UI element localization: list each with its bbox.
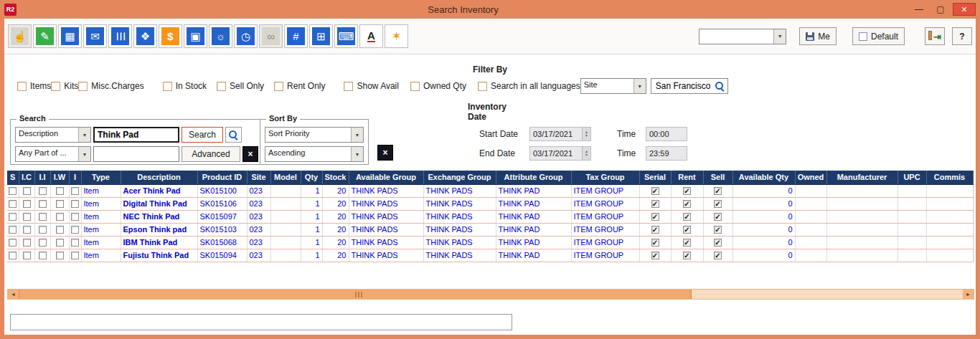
search-magnifier-button[interactable]	[225, 127, 242, 143]
cell-site[interactable]: 023	[247, 210, 270, 223]
horizontal-scrollbar[interactable]: ◄ ►	[7, 289, 974, 300]
filter-misc-charges[interactable]: Misc.Charges	[78, 81, 143, 91]
checkbox-icon[interactable]	[410, 82, 420, 91]
serial-checkbox[interactable]: ✓	[651, 187, 659, 195]
search-icon[interactable]	[715, 82, 725, 91]
cell-manufacturer[interactable]	[826, 236, 897, 249]
cell-tax-group[interactable]: ITEM GROUP	[571, 236, 639, 249]
cell-type[interactable]: Item	[81, 236, 121, 249]
cell-model[interactable]	[270, 236, 301, 249]
col-rent[interactable]: Rent	[671, 171, 703, 184]
cell-description[interactable]: Acer Think Pad	[121, 184, 197, 197]
col-ii[interactable]: I.I	[34, 171, 50, 184]
cell-model[interactable]	[270, 197, 301, 210]
screen-keyboard-button[interactable]: ⌨	[334, 24, 358, 48]
cell-stock[interactable]: 20	[322, 223, 349, 236]
site-combobox[interactable]: Site ▼	[580, 78, 646, 94]
advanced-button[interactable]: Advanced	[182, 146, 240, 162]
row-iw-checkbox[interactable]	[56, 200, 64, 208]
row-i-checkbox[interactable]	[71, 226, 79, 234]
edit-button[interactable]: ✎	[33, 24, 57, 48]
start-time-field[interactable]: 00:00	[646, 127, 687, 141]
col-available-qty[interactable]: Available Qty	[732, 171, 795, 184]
cell-manufacturer[interactable]	[826, 249, 897, 262]
rent-checkbox[interactable]: ✓	[683, 226, 691, 234]
table-row[interactable]: Item IBM Think Pad SK015068 023 1 20 THI…	[7, 236, 973, 249]
row-select-checkbox[interactable]	[9, 226, 17, 234]
col-qty[interactable]: Qty	[301, 171, 322, 184]
cell-stock[interactable]: 20	[322, 197, 349, 210]
row-iw-checkbox[interactable]	[56, 187, 64, 195]
col-product-id[interactable]: Product ID	[197, 171, 247, 184]
serial-checkbox[interactable]: ✓	[651, 226, 659, 234]
filter-items[interactable]: Items	[17, 81, 51, 91]
cell-qty[interactable]: 1	[301, 236, 322, 249]
cell-owned[interactable]	[795, 223, 826, 236]
row-i-checkbox[interactable]	[71, 252, 79, 259]
sell-checkbox[interactable]: ✓	[714, 252, 722, 259]
col-type[interactable]: Type	[81, 171, 121, 184]
cell-qty[interactable]: 1	[301, 197, 322, 210]
sell-checkbox[interactable]: ✓	[714, 200, 722, 208]
cell-qty[interactable]: 1	[301, 210, 322, 223]
comments-button[interactable]: ✉	[83, 24, 107, 48]
spinner-icon[interactable]: ▲▼	[582, 147, 590, 160]
rent-checkbox[interactable]: ✓	[683, 252, 691, 259]
col-exchange-group[interactable]: Exchange Group	[423, 171, 496, 184]
cell-commission[interactable]	[926, 184, 973, 197]
row-ic-checkbox[interactable]	[23, 252, 31, 259]
cell-commission[interactable]	[926, 249, 973, 262]
cell-manufacturer[interactable]	[826, 197, 897, 210]
checkbox-icon[interactable]	[344, 82, 353, 91]
cell-upc[interactable]	[897, 236, 926, 249]
clear-search-button[interactable]: ×	[242, 146, 258, 162]
checkbox-icon[interactable]	[274, 82, 283, 91]
cell-tax-group[interactable]: ITEM GROUP	[571, 197, 639, 210]
sell-checkbox[interactable]: ✓	[714, 239, 722, 247]
cell-stock[interactable]: 20	[322, 236, 349, 249]
cell-exchange-group[interactable]: THINK PADS	[423, 223, 496, 236]
row-ic-checkbox[interactable]	[23, 200, 31, 208]
site-search-input[interactable]	[654, 80, 715, 92]
clear-sort-button[interactable]: ×	[377, 145, 393, 161]
cell-upc[interactable]	[897, 249, 926, 262]
cell-commission[interactable]	[926, 223, 973, 236]
col-ic[interactable]: I.C	[19, 171, 34, 184]
checkbox-icon[interactable]	[163, 82, 172, 91]
table-row[interactable]: Item Epson Think pad SK015103 023 1 20 T…	[7, 223, 973, 236]
schedule-button[interactable]: ◷	[234, 24, 258, 48]
display-button[interactable]: ▣	[184, 24, 207, 48]
rent-checkbox[interactable]: ✓	[683, 200, 691, 208]
col-upc[interactable]: UPC	[897, 171, 926, 184]
col-site[interactable]: Site	[247, 171, 270, 184]
chevron-down-icon[interactable]: ▼	[773, 29, 786, 44]
cell-stock[interactable]: 20	[322, 184, 349, 197]
link-button[interactable]: ∞	[259, 24, 283, 48]
cell-attribute-group[interactable]: THINK PAD	[496, 184, 571, 197]
row-ic-checkbox[interactable]	[23, 239, 31, 247]
start-date-field[interactable]: 03/17/2021 ▲▼	[529, 127, 591, 141]
rent-checkbox[interactable]: ✓	[683, 239, 691, 247]
cell-attribute-group[interactable]: THINK PAD	[496, 197, 571, 210]
col-tax-group[interactable]: Tax Group	[571, 171, 639, 184]
cell-model[interactable]	[270, 223, 301, 236]
checkbox-icon[interactable]	[17, 82, 27, 91]
cell-commission[interactable]	[926, 210, 973, 223]
row-ii-checkbox[interactable]	[39, 226, 47, 234]
cell-tax-group[interactable]: ITEM GROUP	[571, 223, 639, 236]
status-input[interactable]	[10, 314, 512, 330]
cell-type[interactable]: Item	[81, 197, 121, 210]
cell-available-qty[interactable]: 0	[732, 197, 795, 210]
row-ii-checkbox[interactable]	[39, 213, 47, 221]
cell-available-group[interactable]: THINK PADS	[349, 249, 423, 262]
chevron-down-icon[interactable]: ▼	[78, 128, 90, 142]
suggestions-button[interactable]: ☼	[209, 24, 232, 48]
cell-type[interactable]: Item	[81, 223, 121, 236]
col-stock[interactable]: Stock	[322, 171, 349, 184]
cell-type[interactable]: Item	[81, 210, 121, 223]
serial-number-button[interactable]: #	[284, 24, 308, 48]
cell-available-qty[interactable]: 0	[732, 184, 795, 197]
row-iw-checkbox[interactable]	[56, 213, 64, 221]
cell-site[interactable]: 023	[247, 184, 270, 197]
cell-type[interactable]: Item	[81, 249, 121, 262]
